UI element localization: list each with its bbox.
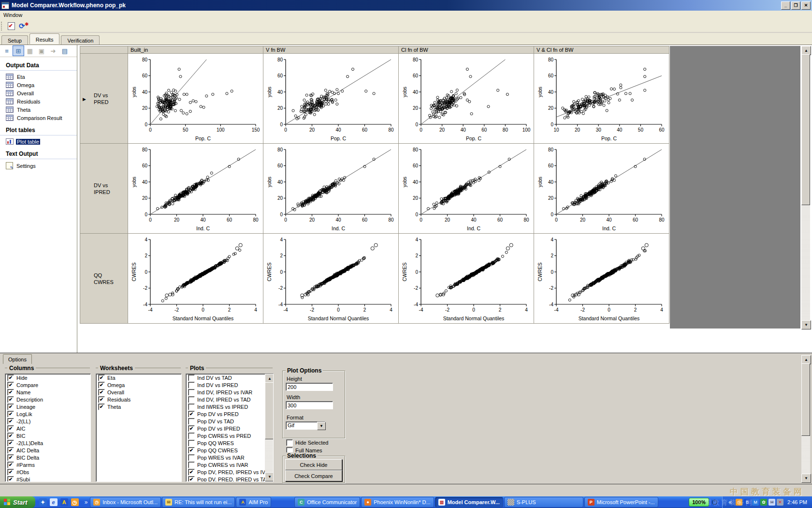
columns-item-aic-delta[interactable]: ✔AIC Delta [5,447,90,454]
paste-icon[interactable]: ▣ [36,45,47,56]
columns-item-2-ll-delta[interactable]: ✔-2(LL)Delta [5,439,90,447]
taskbar-window-inbox-microsoft-outl[interactable]: ◷Inbox - Microsoft Outl... [90,497,161,508]
plots-item-pop-dv-vs-pred[interactable]: ✔Pop DV vs PRED [186,410,273,418]
plots-list[interactable]: Ind DV vs TADInd DV vs IPREDInd DV, IPRE… [186,374,274,482]
plot-cell-v-fn-bw-dv-vs-pred[interactable]: 020406080020406080Pop. Cyobs [263,54,399,144]
plots-checkbox-pop-cwres-vs-ivar[interactable] [188,462,195,468]
scroll-down-icon[interactable]: ▼ [801,320,811,329]
columns-checkbox-2-ll[interactable]: ✔ [7,418,14,425]
plots-item-pop-qq-wres[interactable]: Pop QQ WRES [186,439,273,447]
columns-item-parms[interactable]: ✔#Parms [5,461,90,468]
plots-checkbox-pop-dv-vs-tad[interactable] [188,418,195,425]
plots-item-pop-dv-pred-ipred-vs-ivar[interactable]: ✔Pop DV, PRED, IPRED vs IVAR [186,468,273,476]
sidebar-item-theta[interactable]: Theta [0,105,77,114]
columns-checkbox-description[interactable]: ✔ [7,396,14,403]
plots-checkbox-pop-qq-wres[interactable] [188,440,195,447]
columns-item-bic[interactable]: ✔BIC [5,432,90,439]
validate-icon[interactable]: ✔ [5,21,17,31]
mail-tray-icon[interactable]: ✉ [768,499,775,506]
restore-button[interactable]: ❐ [791,1,800,10]
taskbar-window-microsoft-powerpoint[interactable]: PMicrosoft PowerPoint -... [584,497,658,508]
plots-checkbox-pop-qq-cwres[interactable]: ✔ [188,447,195,454]
plot-cell-built-in-dv-vs-ipred[interactable]: 020406080020406080Ind. Cyobs [128,144,263,234]
plot-cell-built-in-qq-cwres[interactable]: -4-2024-4-2024Standard Normal QuantilesC… [128,234,263,324]
columns-checkbox-aic[interactable]: ✔ [7,425,14,432]
hide-selected-toggle[interactable]: Hide Selected [286,439,329,446]
taskbar-window-aim-pro[interactable]: AAIM Pro [236,497,271,508]
plot-cell-v-cl-fn-of-bw-dv-vs-pred[interactable]: 102030405060020406080Pop. Cyobs [534,54,669,144]
column-header-cl-fn-of-bw[interactable]: Cl fn of BW [399,46,534,54]
plot-cell-v-cl-fn-of-bw-qq-cwres[interactable]: -4-2024-4-2024Standard Normal QuantilesC… [534,234,669,324]
worksheets-checkbox-residuals[interactable]: ✔ [98,396,105,403]
plots-item-pop-cwres-vs-pred[interactable]: Pop CWRES vs PRED [186,432,273,439]
plots-item-pop-dv-vs-ipred[interactable]: ✔Pop DV vs IPRED [186,425,273,432]
columns-item-lineage[interactable]: ✔Lineage [5,403,90,410]
quick-launch-overflow-icon[interactable]: » [83,499,90,506]
worksheets-list[interactable]: ✔Eta✔Omega✔Overall✔Residuals✔Theta [96,374,182,482]
plot-cell-v-fn-bw-qq-cwres[interactable]: -4-2024-4-2024Standard Normal QuantilesC… [263,234,399,324]
plots-checkbox-pop-dv-pred-ipred-vs-ivar[interactable]: ✔ [188,469,195,476]
scroll-thumb[interactable] [265,382,274,439]
columns-item-obs[interactable]: ✔#Obs [5,468,90,476]
taskbar-window-s-plus[interactable]: S-PLUS [504,497,583,508]
columns-item-aic[interactable]: ✔AIC [5,425,90,432]
plots-item-pop-dv-vs-tad[interactable]: Pop DV vs TAD [186,418,273,425]
start-button[interactable]: Start [0,496,35,508]
columns-item-hide[interactable]: ✔Hide [5,374,90,381]
columns-item-loglik[interactable]: ✔LogLik [5,410,90,418]
plots-item-pop-wres-vs-ivar[interactable]: Pop WRES vs IVAR [186,454,273,461]
export-icon[interactable]: ➔ [47,45,59,56]
worksheets-item-eta[interactable]: ✔Eta [96,374,181,381]
plots-checkbox-ind-dv-vs-ipred[interactable] [188,382,195,388]
sidebar-item-comparison-result[interactable]: Comparison Result [0,114,77,122]
columns-item-bic-delta[interactable]: ✔BIC Delta [5,454,90,461]
plots-item-ind-dv-ipred-vs-tad[interactable]: Ind DV, IPRED vs TAD [186,396,273,403]
worksheets-checkbox-eta[interactable]: ✔ [98,374,105,381]
sidebar-item-settings[interactable]: Settings [0,161,77,170]
plots-item-ind-dv-vs-ipred[interactable]: Ind DV vs IPRED [186,381,273,388]
worksheets-checkbox-overall[interactable]: ✔ [98,389,105,396]
height-input[interactable] [286,383,333,391]
columns-item-name[interactable]: ✔Name [5,388,90,396]
taskbar-window-re-this-will-not-run-ei[interactable]: ✉RE: This will not run ei... [162,497,235,508]
worksheets-item-theta[interactable]: ✔Theta [96,403,181,410]
plot-cell-cl-fn-of-bw-dv-vs-ipred[interactable]: 020406080020406080Ind. Cyobs [399,144,534,234]
plot-cell-cl-fn-of-bw-qq-cwres[interactable]: -4-2024-4-2024Standard Normal QuantilesC… [399,234,534,324]
columns-checkbox-parms[interactable]: ✔ [7,462,14,468]
tab-setup[interactable]: Setup [1,35,28,45]
columns-checkbox-hide[interactable]: ✔ [7,374,14,381]
worksheets-checkbox-omega[interactable]: ✔ [98,382,105,388]
plots-item-ind-dv-ipred-vs-ivar[interactable]: Ind DV, IPRED vs IVAR [186,388,273,396]
worksheets-item-residuals[interactable]: ✔Residuals [96,396,181,403]
format-dropdown-icon[interactable]: ▼ [317,422,326,430]
column-header-built-in[interactable]: Built_in [128,46,263,54]
columns-checkbox-2-ll-delta[interactable]: ✔ [7,440,14,447]
columns-checkbox-compare[interactable]: ✔ [7,382,14,388]
plots-checkbox-pop-wres-vs-ivar[interactable] [188,454,195,461]
plot-cell-built-in-dv-vs-pred[interactable]: 050100150020406080Pop. Cyobs [128,54,263,144]
worksheets-item-overall[interactable]: ✔Overall [96,388,181,396]
taskbar-window-phoenix-winnonlin-d[interactable]: ●Phoenix WinNonlin* D... [361,497,434,508]
list-view-icon[interactable]: ≡ [1,45,13,56]
close-button[interactable]: ✕ [801,1,811,10]
plots-item-pop-dv-pred-ipred-vs-tad[interactable]: ✔Pop DV, PRED, IPRED vs TAD [186,476,273,482]
check-hide-button[interactable]: Check Hide [285,459,342,470]
worksheets-checkbox-theta[interactable]: ✔ [98,403,105,410]
columns-item-subj[interactable]: ✔#Subj [5,476,90,482]
plot-area-scrollbar[interactable]: ▲▼ [801,46,810,329]
columns-checkbox-bic-delta[interactable]: ✔ [7,454,14,461]
columns-checkbox-obs[interactable]: ✔ [7,469,14,476]
scroll-thumb[interactable] [801,363,810,436]
columns-item-compare[interactable]: ✔Compare [5,381,90,388]
taskbar-window-model-comparer-w[interactable]: ▥Model Comparer.W... [435,497,503,508]
update-swirl-icon[interactable]: ✿ [760,499,767,506]
column-header-v-fn-bw[interactable]: V fn BW [263,46,399,54]
network-error-icon[interactable]: ✕ [777,499,783,506]
plots-checkbox-ind-dv-ipred-vs-ivar[interactable] [188,389,195,396]
outlook-clock-icon[interactable]: ◷ [71,498,79,506]
hide-selected-checkbox[interactable] [286,439,293,446]
plots-checkbox-ind-dv-vs-tad[interactable] [188,374,195,381]
scroll-thumb[interactable] [801,54,810,205]
print-icon[interactable]: ▤ [59,45,71,56]
sidebar-item-plot-table[interactable]: Plot table [0,137,77,146]
